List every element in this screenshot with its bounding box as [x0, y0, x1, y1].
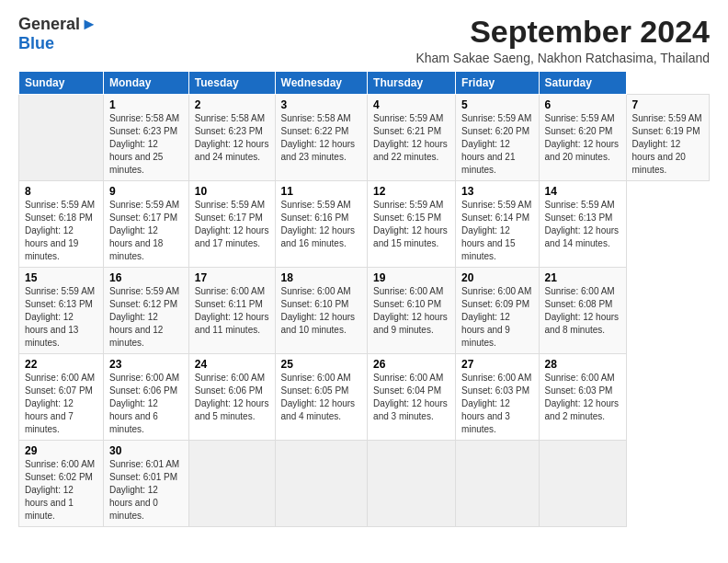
calendar-cell: 23Sunrise: 6:00 AMSunset: 6:06 PMDayligh…	[104, 354, 189, 441]
calendar-cell: 29Sunrise: 6:00 AMSunset: 6:02 PMDayligh…	[19, 441, 104, 527]
day-number: 5	[461, 98, 532, 111]
day-info: Sunrise: 6:00 AMSunset: 6:03 PMDaylight:…	[545, 372, 620, 423]
calendar-cell: 30Sunrise: 6:01 AMSunset: 6:01 PMDayligh…	[104, 441, 189, 527]
calendar-header-row: SundayMondayTuesdayWednesdayThursdayFrid…	[19, 72, 710, 95]
day-number: 10	[195, 185, 269, 198]
calendar-header-tuesday: Tuesday	[188, 72, 275, 95]
calendar-week-row: 1Sunrise: 5:58 AMSunset: 6:23 PMDaylight…	[19, 95, 710, 181]
calendar-week-row: 22Sunrise: 6:00 AMSunset: 6:07 PMDayligh…	[19, 354, 710, 441]
calendar-cell: 16Sunrise: 5:59 AMSunset: 6:12 PMDayligh…	[104, 268, 189, 354]
day-number: 8	[25, 185, 97, 198]
day-number: 2	[195, 98, 269, 111]
day-info: Sunrise: 5:59 AMSunset: 6:18 PMDaylight:…	[25, 199, 97, 263]
calendar-cell	[19, 95, 104, 181]
day-info: Sunrise: 5:58 AMSunset: 6:23 PMDaylight:…	[109, 112, 183, 177]
day-number: 30	[109, 444, 183, 457]
calendar-header-monday: Monday	[104, 72, 189, 95]
day-info: Sunrise: 6:00 AMSunset: 6:09 PMDaylight:…	[461, 285, 532, 350]
calendar-cell	[275, 441, 368, 527]
calendar-header-saturday: Saturday	[539, 72, 626, 95]
day-number: 16	[109, 271, 183, 284]
calendar-cell: 4Sunrise: 5:59 AMSunset: 6:21 PMDaylight…	[368, 95, 456, 181]
day-info: Sunrise: 6:00 AMSunset: 6:02 PMDaylight:…	[25, 458, 97, 523]
logo: General ► Blue	[18, 15, 97, 53]
page: General ► Blue September 2024 Kham Sakae…	[0, 0, 728, 536]
logo-blue-text: Blue	[18, 34, 54, 53]
day-number: 21	[545, 271, 620, 284]
day-info: Sunrise: 5:59 AMSunset: 6:20 PMDaylight:…	[545, 112, 620, 164]
day-number: 29	[25, 444, 97, 457]
calendar-cell	[188, 441, 275, 527]
day-info: Sunrise: 6:00 AMSunset: 6:10 PMDaylight:…	[373, 285, 449, 337]
day-info: Sunrise: 5:59 AMSunset: 6:12 PMDaylight:…	[109, 285, 183, 350]
calendar-cell: 8Sunrise: 5:59 AMSunset: 6:18 PMDaylight…	[19, 181, 104, 268]
calendar-cell: 22Sunrise: 6:00 AMSunset: 6:07 PMDayligh…	[19, 354, 104, 441]
calendar-cell: 1Sunrise: 5:58 AMSunset: 6:23 PMDaylight…	[104, 95, 189, 181]
calendar-cell: 18Sunrise: 6:00 AMSunset: 6:10 PMDayligh…	[275, 268, 368, 354]
day-number: 24	[195, 358, 269, 371]
day-number: 26	[373, 358, 449, 371]
calendar-cell: 5Sunrise: 5:59 AMSunset: 6:20 PMDaylight…	[456, 95, 539, 181]
day-number: 14	[545, 185, 620, 198]
day-info: Sunrise: 6:00 AMSunset: 6:06 PMDaylight:…	[195, 372, 269, 423]
day-info: Sunrise: 5:58 AMSunset: 6:22 PMDaylight:…	[281, 112, 362, 164]
title-area: September 2024 Kham Sakae Saeng, Nakhon …	[415, 15, 710, 65]
day-info: Sunrise: 6:00 AMSunset: 6:10 PMDaylight:…	[281, 285, 362, 337]
calendar-header-thursday: Thursday	[368, 72, 456, 95]
calendar-cell: 7Sunrise: 5:59 AMSunset: 6:19 PMDaylight…	[626, 95, 709, 181]
day-number: 18	[281, 271, 362, 284]
calendar-week-row: 29Sunrise: 6:00 AMSunset: 6:02 PMDayligh…	[19, 441, 710, 527]
day-info: Sunrise: 5:59 AMSunset: 6:21 PMDaylight:…	[373, 112, 449, 164]
day-number: 13	[461, 185, 532, 198]
calendar-cell: 12Sunrise: 5:59 AMSunset: 6:15 PMDayligh…	[368, 181, 456, 268]
day-number: 1	[109, 98, 183, 111]
day-info: Sunrise: 6:00 AMSunset: 6:05 PMDaylight:…	[281, 372, 362, 423]
calendar-cell	[539, 441, 626, 527]
calendar-cell: 2Sunrise: 5:58 AMSunset: 6:23 PMDaylight…	[188, 95, 275, 181]
day-info: Sunrise: 5:59 AMSunset: 6:17 PMDaylight:…	[195, 199, 269, 250]
calendar-cell: 6Sunrise: 5:59 AMSunset: 6:20 PMDaylight…	[539, 95, 626, 181]
calendar-cell: 20Sunrise: 6:00 AMSunset: 6:09 PMDayligh…	[456, 268, 539, 354]
day-number: 15	[25, 271, 97, 284]
day-number: 28	[545, 358, 620, 371]
calendar-header-wednesday: Wednesday	[275, 72, 368, 95]
calendar-cell: 13Sunrise: 5:59 AMSunset: 6:14 PMDayligh…	[456, 181, 539, 268]
day-number: 25	[281, 358, 362, 371]
month-title: September 2024	[415, 15, 710, 49]
calendar-cell: 3Sunrise: 5:58 AMSunset: 6:22 PMDaylight…	[275, 95, 368, 181]
calendar-week-row: 8Sunrise: 5:59 AMSunset: 6:18 PMDaylight…	[19, 181, 710, 268]
day-info: Sunrise: 5:59 AMSunset: 6:20 PMDaylight:…	[461, 112, 532, 177]
calendar-cell: 9Sunrise: 5:59 AMSunset: 6:17 PMDaylight…	[104, 181, 189, 268]
day-info: Sunrise: 6:00 AMSunset: 6:07 PMDaylight:…	[25, 372, 97, 436]
day-info: Sunrise: 5:58 AMSunset: 6:23 PMDaylight:…	[195, 112, 269, 164]
calendar-cell: 17Sunrise: 6:00 AMSunset: 6:11 PMDayligh…	[188, 268, 275, 354]
calendar-cell: 11Sunrise: 5:59 AMSunset: 6:16 PMDayligh…	[275, 181, 368, 268]
calendar-cell: 28Sunrise: 6:00 AMSunset: 6:03 PMDayligh…	[539, 354, 626, 441]
day-number: 19	[373, 271, 449, 284]
logo-general-text: General	[18, 15, 80, 34]
day-number: 17	[195, 271, 269, 284]
day-info: Sunrise: 5:59 AMSunset: 6:17 PMDaylight:…	[109, 199, 183, 263]
header: General ► Blue September 2024 Kham Sakae…	[18, 15, 710, 65]
day-info: Sunrise: 5:59 AMSunset: 6:19 PMDaylight:…	[632, 112, 703, 177]
day-info: Sunrise: 6:00 AMSunset: 6:04 PMDaylight:…	[373, 372, 449, 423]
day-number: 20	[461, 271, 532, 284]
calendar-cell: 26Sunrise: 6:00 AMSunset: 6:04 PMDayligh…	[368, 354, 456, 441]
calendar-cell: 24Sunrise: 6:00 AMSunset: 6:06 PMDayligh…	[188, 354, 275, 441]
day-number: 7	[632, 98, 703, 111]
day-number: 9	[109, 185, 183, 198]
calendar-table: SundayMondayTuesdayWednesdayThursdayFrid…	[18, 71, 710, 527]
day-number: 6	[545, 98, 620, 111]
logo-flag-icon: ►	[81, 15, 97, 34]
day-info: Sunrise: 5:59 AMSunset: 6:13 PMDaylight:…	[25, 285, 97, 350]
day-number: 3	[281, 98, 362, 111]
day-number: 11	[281, 185, 362, 198]
calendar-cell: 21Sunrise: 6:00 AMSunset: 6:08 PMDayligh…	[539, 268, 626, 354]
day-info: Sunrise: 6:00 AMSunset: 6:03 PMDaylight:…	[461, 372, 532, 436]
calendar-cell: 10Sunrise: 5:59 AMSunset: 6:17 PMDayligh…	[188, 181, 275, 268]
day-info: Sunrise: 5:59 AMSunset: 6:16 PMDaylight:…	[281, 199, 362, 250]
day-info: Sunrise: 6:00 AMSunset: 6:08 PMDaylight:…	[545, 285, 620, 337]
day-info: Sunrise: 6:00 AMSunset: 6:06 PMDaylight:…	[109, 372, 183, 436]
day-info: Sunrise: 6:00 AMSunset: 6:11 PMDaylight:…	[195, 285, 269, 337]
location: Kham Sakae Saeng, Nakhon Ratchasima, Tha…	[415, 51, 710, 65]
